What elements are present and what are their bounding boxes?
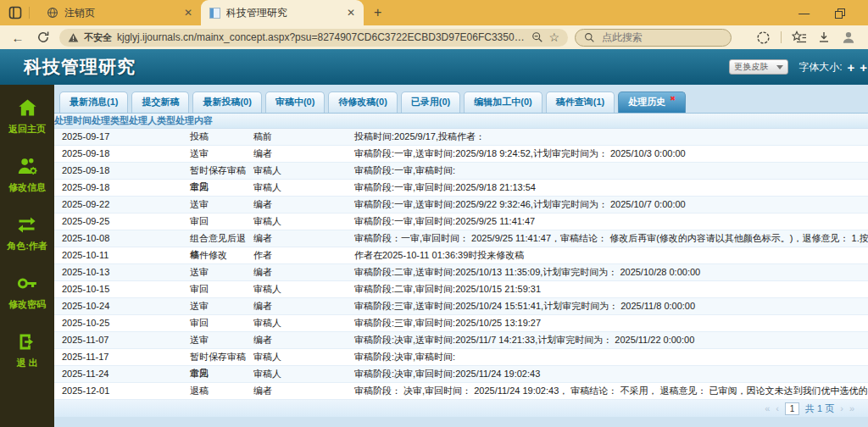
cell-process-content: 审稿阶段： 决审,审回时间： 2025/11/24 19:02:43， 审稿结论… xyxy=(351,383,868,399)
process-tab-label: 审稿中(0) xyxy=(275,97,314,107)
cell-process-time: 2025-11-24 xyxy=(54,366,185,382)
favorite-star-icon[interactable]: ☆ xyxy=(548,30,559,44)
cell-process-time: 2025-10-24 xyxy=(54,298,185,314)
process-tab[interactable]: 待修改稿(0) xyxy=(328,92,397,113)
cell-processor-type: 编者 xyxy=(248,146,351,162)
process-tab[interactable]: 提交新稿 xyxy=(131,92,189,113)
cell-process-time: 2025-10-08 xyxy=(54,230,185,247)
close-tab-icon[interactable]: ✕ xyxy=(182,7,194,19)
pagination-first-button[interactable]: « xyxy=(765,403,770,413)
table-row: 2025-09-25 审回 审稿人 审稿阶段:一审,审回时间:2025/9/25… xyxy=(54,214,868,230)
sidebar-item-home[interactable]: 返回主页 xyxy=(8,97,46,136)
cell-process-content: 审稿阶段:决审,审稿时间: xyxy=(351,349,868,365)
change-skin-dropdown[interactable]: 更换皮肤 xyxy=(729,59,788,75)
pagination-prev-button[interactable]: ‹ xyxy=(776,403,779,413)
search-box[interactable] xyxy=(575,29,732,47)
process-tab[interactable]: 编辑加工中(0) xyxy=(464,92,542,113)
font-decrease-button[interactable]: + xyxy=(860,61,867,74)
process-tab[interactable]: 已录用(0) xyxy=(401,92,460,113)
cell-process-content: 审稿阶段:三审,送审时间:2025/10/24 15:51:41,计划审完时间为… xyxy=(351,298,868,314)
browser-tab-current[interactable]: 科技管理研究 ✕ xyxy=(201,0,364,25)
process-tab[interactable]: 稿件查询(1) xyxy=(546,92,615,113)
table-row: 2025-09-18 暂时保存审稿意见 审稿人 审稿阶段:一审,审稿时间: xyxy=(54,163,868,180)
table-row: 2025-10-15 审回 审稿人 审稿阶段:二审,审回时间:2025/10/1… xyxy=(54,281,868,298)
cell-process-content: 作者在2025-10-11 01:36:39时投来修改稿 xyxy=(351,247,868,263)
cell-process-type: 送审 xyxy=(185,197,248,213)
downloads-icon[interactable] xyxy=(817,30,831,44)
pagination-next-button[interactable]: › xyxy=(840,403,843,413)
search-input[interactable] xyxy=(602,31,704,43)
sidebar-item-logout[interactable]: 退 出 xyxy=(16,330,39,369)
pagination-last-button[interactable]: » xyxy=(849,403,854,413)
new-tab-button[interactable]: + xyxy=(364,5,392,20)
cell-process-content: 审稿阶段:三审,审回时间:2025/10/25 13:19:27 xyxy=(351,315,868,331)
font-size-control: 字体大小: + + xyxy=(798,60,861,75)
table-body: 2025-09-17 投稿 稿前 投稿时间:2025/9/17,投稿作者： 20… xyxy=(54,129,868,400)
cell-processor-type: 作者 xyxy=(248,247,351,263)
cell-processor-type: 编者 xyxy=(248,298,351,314)
cell-process-type: 投稿 xyxy=(185,129,248,145)
cell-process-type: 组合意见后退修 xyxy=(185,230,248,247)
cell-process-content: 审稿阶段:决审,送审时间:2025/11/7 14:21:33,计划审完时间为：… xyxy=(351,332,868,348)
toolbar-right-icons xyxy=(756,30,860,45)
browser-tab-logout[interactable]: 注销页 ✕ xyxy=(38,0,201,25)
chevron-down-icon xyxy=(776,65,783,69)
table-column-header: 处理时间 xyxy=(54,114,92,127)
site-favicon xyxy=(209,8,220,19)
reload-button[interactable] xyxy=(34,30,53,44)
main-content: 最新消息(1) 提交新稿 最新投稿(0) 审稿中(0) xyxy=(54,85,868,427)
close-tab-icon[interactable]: ✕ xyxy=(345,7,357,19)
titlebar-separator xyxy=(29,7,30,19)
tab-actions-icon[interactable] xyxy=(8,6,22,19)
security-label[interactable]: 不安全 xyxy=(84,31,112,44)
favorites-bar-icon[interactable] xyxy=(792,30,807,44)
restore-button[interactable] xyxy=(835,8,844,18)
process-tabstrip: 最新消息(1) 提交新稿 最新投稿(0) 审稿中(0) xyxy=(54,85,868,113)
sidebar-item-edit-info[interactable]: 修改信息 xyxy=(8,155,46,194)
process-tab[interactable]: 最新消息(1) xyxy=(59,92,128,113)
cell-processor-type: 审稿人 xyxy=(248,315,351,331)
cell-process-time: 2025-09-25 xyxy=(54,214,185,230)
process-tab[interactable]: 审稿中(0) xyxy=(265,92,325,113)
cell-process-type: 审回 xyxy=(185,214,248,230)
profile-avatar[interactable] xyxy=(841,30,856,45)
cell-process-time: 2025-10-11 xyxy=(54,247,185,263)
cell-process-time: 2025-09-18 xyxy=(54,163,185,179)
switch-arrows-icon xyxy=(15,214,38,236)
cell-processor-type: 审稿人 xyxy=(248,281,351,297)
pagination-current-page[interactable]: 1 xyxy=(785,402,799,415)
change-skin-label: 更换皮肤 xyxy=(734,61,768,73)
process-tab[interactable]: 处理历史 xyxy=(618,92,686,113)
cell-processor-type: 编者 xyxy=(248,383,351,399)
back-button[interactable]: ← xyxy=(8,31,27,44)
cell-process-content: 审稿阶段:一审,审稿时间: xyxy=(351,163,868,179)
font-increase-button[interactable]: + xyxy=(847,61,854,74)
table-row: 2025-10-13 送审 编者 审稿阶段:二审,送审时间:2025/10/13… xyxy=(54,264,868,281)
sidebar-item-role[interactable]: 角色:作者 xyxy=(7,214,47,252)
zoom-out-icon[interactable] xyxy=(531,31,543,43)
cell-process-time: 2025-09-18 xyxy=(54,180,185,196)
sidebar-item-change-password[interactable]: 修改密码 xyxy=(8,272,46,311)
warning-icon xyxy=(68,32,79,43)
cell-processor-type: 审稿人 xyxy=(248,349,351,365)
cell-process-content: 审稿阶段:二审,送审时间:2025/10/13 11:35:09,计划审完时间为… xyxy=(351,264,868,280)
browser-essentials-icon[interactable] xyxy=(756,30,771,45)
table-row: 2025-10-24 送审 编者 审稿阶段:三审,送审时间:2025/10/24… xyxy=(54,298,868,315)
minimize-button[interactable]: — xyxy=(798,7,810,19)
address-bar[interactable]: 不安全 kjglyj.ijournals.cn/mainx_concept.as… xyxy=(59,29,568,47)
header-controls: 更换皮肤 字体大小: + + xyxy=(729,49,861,85)
cell-process-time: 2025-10-13 xyxy=(54,264,185,280)
cell-processor-type: 编者 xyxy=(248,230,351,247)
process-tab-label: 待修改稿(0) xyxy=(338,97,387,107)
cell-process-content: 审稿阶段:一审,审回时间:2025/9/18 21:13:54 xyxy=(351,180,868,196)
table-row: 2025-12-01 退稿 编者 审稿阶段： 决审,审回时间： 2025/11/… xyxy=(54,383,868,400)
cell-process-content: 投稿时间:2025/9/17,投稿作者： xyxy=(351,129,868,145)
url-text[interactable]: kjglyj.ijournals.cn/mainx_concept.aspx?p… xyxy=(117,31,526,43)
sidebar: 返回主页 修改信息 xyxy=(0,85,54,427)
cell-process-time: 2025-09-18 xyxy=(54,146,185,162)
table-row: 2025-10-08 组合意见后退修 编者 审稿阶段：一审,审回时间： 2025… xyxy=(54,230,868,247)
globe-icon xyxy=(47,7,58,19)
cell-process-time: 2025-10-15 xyxy=(54,281,185,297)
process-tab[interactable]: 最新投稿(0) xyxy=(192,92,261,113)
table-row: 2025-11-24 审回 审稿人 审稿阶段:决审,审回时间:2025/11/2… xyxy=(54,366,868,383)
